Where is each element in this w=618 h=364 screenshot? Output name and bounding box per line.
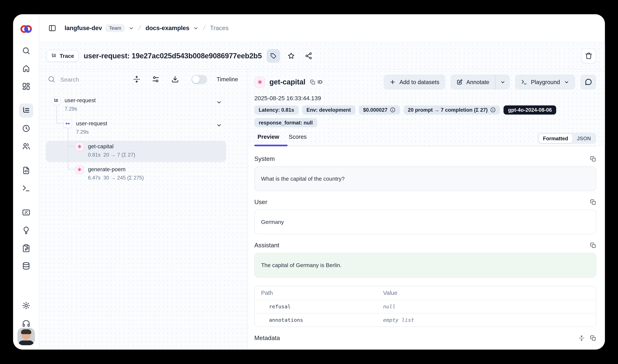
metric-badges: Latency: 0.81s Env: development $0.00002…	[254, 105, 596, 127]
playground-button[interactable]: Playground	[515, 75, 575, 90]
preview-content: System What is the capital of the countr…	[248, 146, 605, 350]
topbar: langfuse-dev Team / docs-examples / Trac…	[39, 14, 605, 42]
trace-type-badge[interactable]: Trace	[46, 50, 79, 62]
toggle-knob	[192, 76, 200, 83]
node-collapse-chevron[interactable]	[216, 99, 222, 105]
copy-button[interactable]	[590, 156, 596, 162]
tags-button[interactable]	[267, 49, 280, 62]
trace-title: user-request: 19e27ac025d543b008e9086977…	[84, 51, 262, 60]
tree-node-get-capital[interactable]: get-capital 0.81s 20 → 7 (Σ 27)	[46, 141, 226, 162]
model-badge[interactable]: gpt-4o-2024-08-06	[504, 105, 556, 115]
collapse-all-button[interactable]	[132, 73, 141, 85]
tab-scores[interactable]: Scores	[285, 132, 310, 142]
span-node-icon-badge	[64, 119, 72, 128]
org-switcher-chevron[interactable]	[129, 25, 134, 31]
sidebar-item-tracing[interactable]	[19, 103, 33, 118]
chevron-down-icon	[500, 79, 506, 85]
assistant-message-box: The capital of Germany is Berlin.	[254, 253, 596, 277]
project-switcher-chevron[interactable]	[193, 25, 199, 31]
lightbulb-icon	[22, 226, 30, 234]
breadcrumb-org[interactable]: langfuse-dev	[65, 25, 102, 32]
node-metrics: 0.81s 20 → 7 (Σ 27)	[88, 152, 135, 158]
view-options-button[interactable]	[151, 73, 160, 85]
info-icon	[390, 107, 396, 113]
sidebar-item-users[interactable]	[19, 139, 33, 153]
sidebar-item-search[interactable]	[19, 44, 33, 58]
copy-id-button[interactable]: ID	[310, 79, 322, 85]
copy-icon	[590, 199, 596, 205]
sidebar-item-settings[interactable]	[19, 299, 33, 313]
tree-node-generate-poem[interactable]: generate-poem 6.47s 30 → 245 (Σ 275)	[46, 164, 226, 185]
avatar-body	[18, 340, 34, 345]
generation-icon-badge	[254, 77, 265, 87]
breadcrumb-project[interactable]: docs-examples	[145, 25, 189, 32]
observation-detail-panel: get-capital ID Add to datasets	[248, 69, 605, 350]
chevron-down-icon	[193, 25, 199, 31]
timeline-toggle[interactable]	[191, 75, 207, 84]
tree-node-span[interactable]: user-request 7.29s	[46, 118, 226, 139]
pen-square-icon	[456, 79, 463, 85]
annotate-button[interactable]: Annotate	[450, 75, 495, 90]
breadcrumb: langfuse-dev Team / docs-examples / Trac…	[65, 24, 229, 32]
section-title: Assistant	[254, 242, 279, 249]
response-format-badge: response_format: null	[254, 118, 317, 127]
database-icon	[22, 262, 30, 270]
tree-search-input[interactable]	[60, 76, 122, 83]
sidebar-item-sessions[interactable]	[19, 121, 33, 136]
sidebar-item-datasets[interactable]	[19, 259, 33, 273]
sidebar-toggle-button[interactable]	[46, 21, 59, 35]
format-option-json[interactable]: JSON	[572, 134, 595, 143]
terminal-icon	[521, 79, 527, 85]
trash-icon	[585, 52, 593, 60]
sidebar-item-dashboard[interactable]	[19, 79, 33, 94]
download-button[interactable]	[170, 73, 180, 85]
copy-button[interactable]	[590, 335, 596, 341]
share-icon	[305, 52, 312, 60]
trace-node-icon-badge	[52, 96, 61, 105]
tree-search-row: Timeline	[39, 69, 247, 89]
format-option-formatted[interactable]: Formatted	[539, 134, 572, 143]
active-tab-underline	[254, 145, 288, 146]
download-icon	[171, 75, 179, 83]
breadcrumb-section[interactable]: Traces	[210, 25, 229, 32]
add-to-datasets-button[interactable]: Add to datasets	[384, 75, 445, 90]
sidebar-item-home[interactable]	[19, 62, 33, 76]
sidebar-item-annotation[interactable]	[19, 241, 33, 255]
section-title: System	[254, 156, 275, 163]
tokens-badge[interactable]: 20 prompt → 7 completion (Σ 27)	[403, 105, 500, 115]
sidebar-item-prompts[interactable]	[19, 163, 33, 178]
avatar-hair	[21, 329, 31, 334]
annotate-dropdown-chevron[interactable]	[496, 75, 510, 90]
breadcrumb-separator: /	[201, 24, 207, 32]
share-button[interactable]	[302, 49, 315, 62]
sidebar-item-scores[interactable]	[19, 205, 33, 220]
cost-badge[interactable]: $0.000027	[359, 105, 400, 115]
sidebar-item-evaluation[interactable]	[19, 223, 33, 237]
list-tree-icon	[54, 98, 59, 103]
tab-preview[interactable]: Preview	[254, 132, 283, 142]
sidebar-item-playground[interactable]	[19, 181, 33, 195]
tree-node-trace[interactable]: user-request 7.29s	[46, 95, 226, 116]
sidebar-rail	[13, 14, 39, 350]
delete-trace-button[interactable]	[581, 48, 596, 63]
user-avatar[interactable]	[17, 328, 35, 345]
search-icon	[22, 46, 30, 55]
copy-button[interactable]	[590, 199, 596, 205]
detail-title-row: get-capital ID Add to datasets	[254, 75, 596, 90]
node-collapse-chevron[interactable]	[216, 122, 222, 128]
generation-icon	[77, 144, 82, 149]
copy-button[interactable]	[590, 242, 596, 248]
terminal-icon	[22, 184, 30, 193]
comments-button[interactable]	[580, 75, 596, 90]
generation-icon	[77, 167, 82, 172]
metadata-section-header: Metadata	[254, 335, 596, 342]
trace-header-strip: Trace user-request: 19e27ac025d543b008e9…	[39, 42, 605, 69]
bookmark-star-button[interactable]	[285, 49, 297, 62]
expand-button[interactable]	[579, 335, 585, 341]
annotate-button-group: Annotate	[450, 75, 510, 90]
copy-icon	[590, 156, 596, 162]
column-header-value: Value	[383, 290, 589, 296]
clock-icon	[22, 124, 30, 133]
system-section-header: System	[254, 156, 596, 163]
table-header-row: Path Value	[255, 286, 596, 300]
